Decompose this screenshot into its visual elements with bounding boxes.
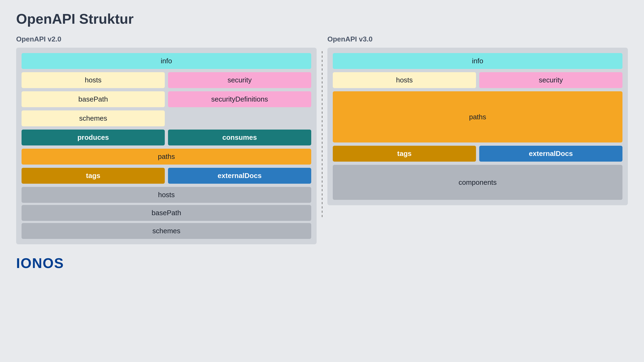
v2-consumes-block: consumes [168,130,311,145]
v2-schemes-bottom-block: schemes [22,223,311,239]
v3-box: info hosts security paths tags externalD… [327,48,628,205]
v3-components-row: components [333,165,622,200]
v3-info-block: info [333,53,622,69]
v2-section: OpenAPI v2.0 info hosts basePath schemes… [16,35,317,244]
v2-produces-block: produces [22,130,165,145]
dotted-line [322,51,323,218]
v2-info-row: info [22,53,311,69]
divider [317,35,327,224]
v2-tags-extdocs-row: tags externalDocs [22,168,311,184]
v3-paths-row: paths [333,91,622,142]
v2-paths-row: paths [22,149,311,165]
v2-schemes-block: schemes [22,110,165,126]
v2-externaldocs-block: externalDocs [168,168,311,184]
v2-col-right: security securityDefinitions [168,72,311,126]
v3-security-block: security [479,72,622,88]
v2-pink-group: security securityDefinitions [168,72,311,107]
v2-hosts-bottom-block: hosts [22,187,311,203]
v3-tags-extdocs-row: tags externalDocs [333,146,622,162]
v2-bottom-gray: hosts basePath schemes [22,187,311,239]
v3-tags-block: tags [333,146,476,162]
v3-info-row: info [333,53,622,69]
v2-label: OpenAPI v2.0 [16,35,317,43]
v2-paths-block: paths [22,149,311,165]
v3-label: OpenAPI v3.0 [327,35,628,43]
v2-basepath-block: basePath [22,91,165,107]
ionos-logo-text: IONOS [16,255,64,271]
page-title: OpenAPI Struktur [16,11,628,27]
v2-tags-block: tags [22,168,165,184]
v2-hosts-block: hosts [22,72,165,88]
v2-basepath-bottom-block: basePath [22,205,311,221]
v2-produces-consumes-row: produces consumes [22,130,311,145]
v2-securitydefs-block: securityDefinitions [168,91,311,107]
v2-col-left: hosts basePath schemes [22,72,165,126]
v3-externaldocs-block: externalDocs [479,146,622,162]
v3-components-block: components [333,165,622,200]
v2-security-block: security [168,72,311,88]
v2-box: info hosts basePath schemes security sec… [16,48,317,244]
v3-hosts-block: hosts [333,72,476,88]
v3-section: OpenAPI v3.0 info hosts security paths t… [327,35,628,205]
ionos-logo: IONOS [16,255,628,271]
diagrams-wrapper: OpenAPI v2.0 info hosts basePath schemes… [16,35,628,244]
v3-paths-block: paths [333,91,622,142]
v3-hosts-security-row: hosts security [333,72,622,88]
v2-info-block: info [22,53,311,69]
v2-row2: hosts basePath schemes security security… [22,72,311,126]
